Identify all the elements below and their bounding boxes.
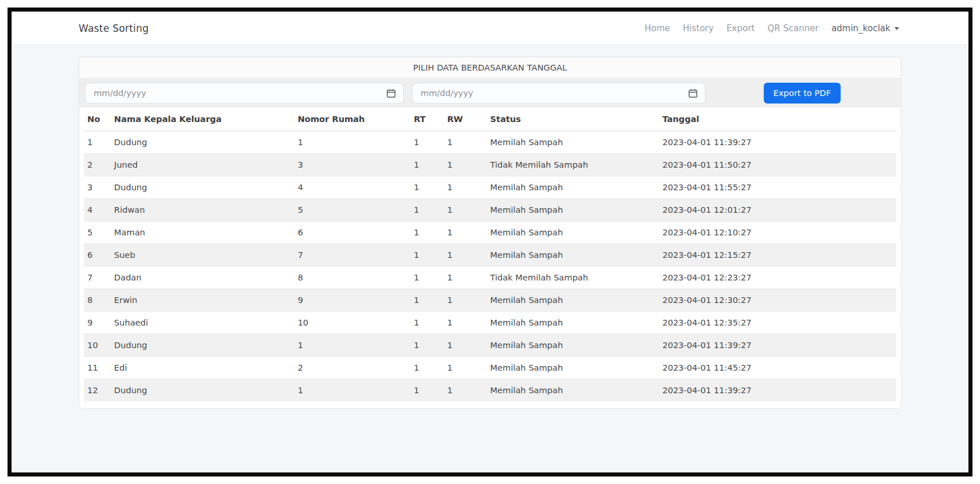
cell-rt: 1 (411, 357, 444, 379)
cell-status: Memilah Sampah (487, 221, 659, 244)
export-pdf-button[interactable]: Export to PDF (764, 83, 841, 104)
filter-row: Export to PDF (79, 79, 901, 108)
cell-rt: 1 (411, 244, 444, 267)
cell-rw: 1 (443, 154, 486, 176)
cell-rw: 1 (443, 379, 486, 402)
cell-nomor-rumah: 8 (294, 267, 411, 289)
cell-nama: Suhaedi (110, 312, 294, 334)
cell-rt: 1 (411, 267, 444, 289)
cell-no: 2 (84, 154, 110, 176)
table-row: 4 Ridwan 5 1 1 Memilah Sampah 2023-04-01… (84, 199, 896, 221)
nav-link[interactable]: Home (638, 23, 676, 34)
cell-tanggal: 2023-04-01 12:23:27 (659, 267, 896, 289)
cell-nama: Dudung (110, 379, 294, 402)
cell-tanggal: 2023-04-01 11:45:27 (659, 357, 896, 379)
table-row: 12 Dudung 1 1 1 Memilah Sampah 2023-04-0… (84, 379, 896, 402)
nav-links: Home History Export QR Scanner (638, 23, 825, 34)
cell-nama: Juned (110, 154, 294, 176)
table-row: 5 Maman 6 1 1 Memilah Sampah 2023-04-01 … (84, 221, 896, 244)
date-to-input[interactable] (420, 88, 683, 98)
screenshot-frame: Waste Sorting Home History Export QR Sca… (8, 8, 972, 476)
cell-rw: 1 (443, 244, 486, 267)
cell-rw: 1 (443, 199, 486, 221)
brand-link[interactable]: Waste Sorting (79, 23, 149, 34)
date-to-field (412, 83, 705, 104)
cell-nomor-rumah: 10 (294, 312, 411, 334)
user-dropdown-label: admin_koclak (831, 23, 890, 34)
cell-nama: Edi (110, 357, 294, 379)
cell-tanggal: 2023-04-01 12:15:27 (659, 244, 896, 267)
table-row: 11 Edi 2 1 1 Memilah Sampah 2023-04-01 1… (84, 357, 896, 379)
table-row: 10 Dudung 1 1 1 Memilah Sampah 2023-04-0… (84, 334, 896, 357)
cell-no: 5 (84, 221, 110, 244)
cell-rt: 1 (411, 289, 444, 312)
cell-rw: 1 (443, 289, 486, 312)
page-content: PILIH DATA BERDASARKAN TANGGAL (12, 45, 968, 409)
nav-link[interactable]: QR Scanner (761, 23, 825, 34)
cell-rt: 1 (411, 176, 444, 199)
cell-nomor-rumah: 1 (294, 379, 411, 402)
table-row: 8 Erwin 9 1 1 Memilah Sampah 2023-04-01 … (84, 289, 896, 312)
cell-tanggal: 2023-04-01 11:39:27 (659, 131, 896, 154)
top-navbar: Waste Sorting Home History Export QR Sca… (12, 12, 968, 45)
cell-status: Memilah Sampah (487, 131, 659, 154)
cell-nama: Ridwan (110, 199, 294, 221)
cell-no: 8 (84, 289, 110, 312)
cell-rw: 1 (443, 334, 486, 357)
cell-no: 3 (84, 176, 110, 199)
cell-no: 11 (84, 357, 110, 379)
calendar-icon[interactable] (386, 88, 396, 98)
table-row: 6 Sueb 7 1 1 Memilah Sampah 2023-04-01 1… (84, 244, 896, 267)
cell-rw: 1 (443, 357, 486, 379)
cell-status: Tidak Memilah Sampah (487, 154, 659, 176)
cell-nomor-rumah: 4 (294, 176, 411, 199)
cell-tanggal: 2023-04-01 11:39:27 (659, 379, 896, 402)
date-from-input[interactable] (93, 88, 382, 98)
calendar-icon[interactable] (688, 88, 698, 98)
cell-rw: 1 (443, 176, 486, 199)
cell-rt: 1 (411, 199, 444, 221)
cell-no: 7 (84, 267, 110, 289)
cell-tanggal: 2023-04-01 12:30:27 (659, 289, 896, 312)
cell-status: Memilah Sampah (487, 312, 659, 334)
user-dropdown[interactable]: admin_koclak (825, 23, 901, 34)
column-header: RT (411, 108, 444, 131)
cell-no: 1 (84, 131, 110, 154)
cell-status: Memilah Sampah (487, 289, 659, 312)
cell-status: Memilah Sampah (487, 176, 659, 199)
cell-nomor-rumah: 1 (294, 334, 411, 357)
cell-nama: Dudung (110, 131, 294, 154)
cell-rt: 1 (411, 334, 444, 357)
cell-rt: 1 (411, 312, 444, 334)
card-title: PILIH DATA BERDASARKAN TANGGAL (79, 57, 901, 79)
cell-tanggal: 2023-04-01 11:39:27 (659, 334, 896, 357)
nav-link[interactable]: Export (720, 23, 761, 34)
column-header: Status (487, 108, 659, 131)
cell-nomor-rumah: 3 (294, 154, 411, 176)
column-header: Tanggal (659, 108, 896, 131)
cell-rt: 1 (411, 131, 444, 154)
cell-no: 6 (84, 244, 110, 267)
cell-tanggal: 2023-04-01 11:55:27 (659, 176, 896, 199)
cell-rw: 1 (443, 131, 486, 154)
cell-rt: 1 (411, 221, 444, 244)
waste-sorting-table: No Nama Kepala Keluarga Nomor Rumah RT R… (84, 108, 896, 401)
table-header-row: No Nama Kepala Keluarga Nomor Rumah RT R… (84, 108, 896, 131)
cell-tanggal: 2023-04-01 11:50:27 (659, 154, 896, 176)
column-header: Nomor Rumah (294, 108, 411, 131)
table-body: 1 Dudung 1 1 1 Memilah Sampah 2023-04-01… (84, 131, 896, 402)
cell-tanggal: 2023-04-01 12:01:27 (659, 199, 896, 221)
cell-nomor-rumah: 7 (294, 244, 411, 267)
cell-nama: Dudung (110, 176, 294, 199)
table-row: 3 Dudung 4 1 1 Memilah Sampah 2023-04-01… (84, 176, 896, 199)
cell-no: 10 (84, 334, 110, 357)
cell-nomor-rumah: 5 (294, 199, 411, 221)
table-container: No Nama Kepala Keluarga Nomor Rumah RT R… (79, 108, 901, 408)
cell-nomor-rumah: 6 (294, 221, 411, 244)
cell-nama: Sueb (110, 244, 294, 267)
cell-rw: 1 (443, 267, 486, 289)
nav-link[interactable]: History (676, 23, 720, 34)
cell-status: Tidak Memilah Sampah (487, 267, 659, 289)
cell-status: Memilah Sampah (487, 379, 659, 402)
cell-status: Memilah Sampah (487, 357, 659, 379)
